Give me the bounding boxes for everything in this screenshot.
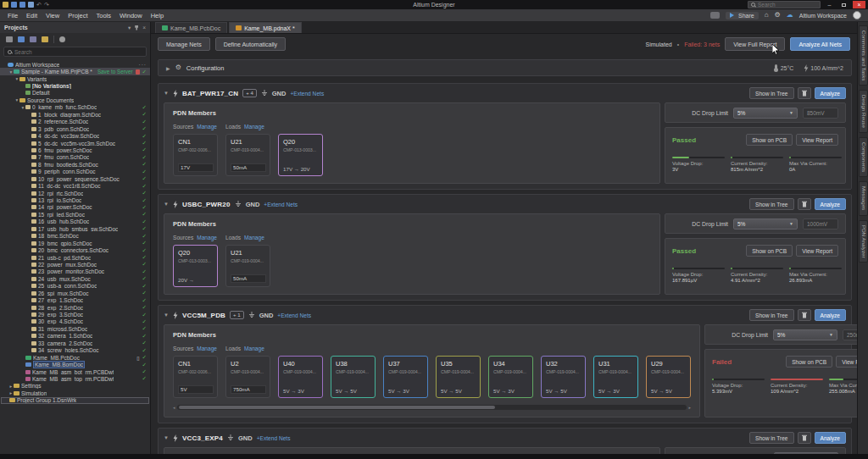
manage-sources-link[interactable]: Manage (197, 346, 217, 351)
member-value-input[interactable]: 50mA (231, 163, 266, 172)
delete-net-button[interactable] (798, 432, 811, 444)
pdn-member-card[interactable]: U2 CMP-019-0004... 750mA (225, 356, 270, 398)
chevron-down-icon[interactable]: ▼ (164, 91, 169, 96)
scrollbar-thumb[interactable] (179, 406, 495, 409)
undo-icon[interactable]: ↶ (36, 2, 42, 8)
panel-menu-icon[interactable]: ▾ (128, 25, 131, 31)
tree-item[interactable]: 16_usb_hub.SchDoc ▯ ··· ✓ (0, 218, 150, 225)
pdn-member-card[interactable]: U21 CMP-019-0004... 50mA (225, 245, 270, 287)
avatar[interactable] (853, 11, 861, 19)
tree-item[interactable]: [No Variations] ▯ ··· ✓ (0, 82, 150, 89)
manage-sources-link[interactable]: Manage (197, 124, 217, 130)
net-section-header[interactable]: ▼ BAT_PWR17_CN + 4 GND +Extend Nets Show… (164, 84, 846, 102)
member-value-input[interactable]: 17V (178, 163, 214, 172)
show-in-tree-button[interactable]: Show in Tree (749, 309, 793, 321)
menu-item[interactable]: Window (115, 11, 147, 20)
tree-item[interactable]: ▸ Settings ▯ ··· ✓ (0, 383, 150, 390)
show-in-tree-button[interactable]: Show in Tree (749, 87, 793, 99)
tree-item[interactable]: 34_screw_holes.SchDoc ▯ ··· ✓ (0, 347, 150, 354)
document-tab[interactable]: Kame_MB.PcbDoc (155, 22, 227, 33)
minimize-button[interactable]: – (824, 1, 835, 8)
menu-item[interactable]: Edit (22, 11, 42, 20)
save-to-server-link[interactable]: Save to Server (97, 69, 133, 75)
view-full-report-button[interactable]: View Full Report (725, 37, 785, 51)
side-panel-tab[interactable]: Design Reuse (859, 90, 868, 133)
extra-nets-badge[interactable]: + 1 (230, 311, 244, 319)
explorer-icon[interactable] (42, 36, 48, 42)
dc-drop-limit-select[interactable]: 5%▼ (733, 108, 798, 119)
tree-item[interactable]: Altium Workspace ▯ ··· ✓ (0, 61, 150, 68)
manage-loads-link[interactable]: Manage (244, 346, 264, 351)
tree-item[interactable]: 4_dc-dc_vcc3sw.SchDoc ▯ ··· ✓ (0, 132, 150, 139)
tree-item[interactable]: 14_rpi_power.SchDoc ▯ ··· ✓ (0, 204, 150, 211)
view-report-button[interactable]: View Report (796, 134, 838, 146)
tree-item[interactable]: 1_block_diagram.SchDoc ▯ ··· ✓ (0, 111, 150, 118)
tree-item[interactable]: Project Group 1.DsnWrk ▯ ··· ✓ (1, 397, 149, 404)
open-icon[interactable] (3, 2, 8, 8)
tree-item[interactable]: 7_fmu_conn.SchDoc ▯ ··· ✓ (0, 154, 150, 161)
horizontal-scrollbar[interactable]: ◂ ▸ (173, 404, 691, 410)
document-tab[interactable]: Kame_MB.pdnaX * (229, 22, 302, 33)
define-automatically-button[interactable]: Define Automatically (215, 37, 286, 51)
new-icon[interactable] (28, 2, 34, 8)
comment-icon[interactable] (710, 12, 720, 19)
pdn-member-card[interactable]: U29 CMP-019-0004... 5V → 5V (646, 356, 691, 398)
tree-item[interactable]: 20_bmc_connectors.SchDoc ▯ ··· ✓ (0, 246, 150, 253)
show-on-pcb-button[interactable]: Show on PCB (746, 245, 793, 257)
chevron-down-icon[interactable]: ▼ (164, 202, 169, 207)
home-icon[interactable]: ⌂ (765, 12, 769, 19)
tree-item[interactable]: 31_microsd.SchDoc ▯ ··· ✓ (0, 325, 150, 332)
delete-net-button[interactable] (798, 309, 811, 321)
show-in-tree-button[interactable]: Show in Tree (749, 198, 793, 210)
tree-item[interactable]: 3_pdb_conn.SchDoc ▯ ··· ✓ (0, 125, 150, 132)
menu-item[interactable]: Help (147, 11, 168, 20)
tree-item[interactable]: 17_usb_hub_smbus_sw.SchDoc ▯ ··· ✓ (0, 225, 150, 232)
tree-item[interactable]: 22_power_mux.SchDoc ▯ ··· ✓ (0, 261, 150, 268)
close-button[interactable]: × (853, 1, 865, 8)
extend-nets-link[interactable]: +Extend Nets (257, 435, 291, 441)
pdn-member-card[interactable]: U37 CMP-019-0004... 5V → 3V (383, 356, 428, 398)
tree-item[interactable]: 11_dc-dc_vcc1r8.SchDoc ▯ ··· ✓ (0, 182, 150, 189)
net-section-header[interactable]: ▼ VCC5M_PDB + 1 GND +Extend Nets Show in… (164, 306, 846, 324)
tree-item[interactable]: 25_usb-a_conn.SchDoc ▯ ··· ✓ (0, 283, 150, 290)
tree-item[interactable]: ▾ Variants ▯ ··· ✓ (0, 75, 150, 82)
analyze-button[interactable]: Analyze (815, 309, 846, 321)
tree-item[interactable]: ▸ Simulation ▯ ··· ✓ (0, 390, 150, 396)
show-on-pcb-button[interactable]: Show on PCB (786, 356, 832, 368)
tree-item[interactable]: 5_dc-dc_vcc5m-vcc3m.SchDoc ▯ ··· ✓ (0, 140, 150, 147)
tree-item[interactable]: 12_rpi_rtc.SchDoc ▯ ··· ✓ (0, 190, 150, 196)
chevron-down-icon[interactable]: ▼ (164, 435, 169, 440)
side-panel-tab[interactable]: Components (859, 137, 868, 177)
analyze-all-nets-button[interactable]: Analyze All Nets (790, 37, 850, 51)
tree-item[interactable]: ▾ Sample - Kame MB.PrjPCB * Save to Serv… (0, 68, 150, 75)
pdn-member-card[interactable]: U35 CMP-019-0004... 5V → 5V (436, 356, 481, 398)
chevron-right-icon[interactable]: ▶ (166, 65, 170, 71)
side-panel-tab[interactable]: Messages (859, 181, 868, 215)
analyze-button[interactable]: Analyze (815, 198, 846, 210)
pdn-member-card[interactable]: U34 CMP-019-0004... 5V → 3V (488, 356, 533, 398)
extend-nets-link[interactable]: +Extend Nets (277, 312, 311, 318)
member-value-input[interactable]: 750mA (231, 385, 266, 394)
pin-icon[interactable] (135, 25, 138, 30)
analyze-button[interactable]: Analyze (815, 87, 846, 99)
documents-icon[interactable] (30, 36, 36, 42)
tree-item[interactable]: 9_periph_conn.SchDoc ▯ ··· ✓ (0, 169, 150, 175)
chevron-down-icon[interactable]: ▼ (164, 312, 169, 318)
tree-item[interactable]: 6_fmu_power.SchDoc ▯ ··· ✓ (0, 147, 150, 153)
save-project-icon[interactable] (6, 36, 13, 42)
tree-item[interactable]: 8_fmu_bootleds.SchDoc ▯ ··· ✓ (0, 161, 150, 168)
delete-net-button[interactable] (798, 87, 811, 99)
analyze-button[interactable]: Analyze (815, 432, 846, 444)
configuration-row[interactable]: ▶ ⚙ Configuration 25°C 100 A/mm^2 (158, 59, 852, 76)
tree-item[interactable]: 15_rpi_led.SchDoc ▯ ··· ✓ (0, 211, 150, 218)
more-icon[interactable]: ··· (139, 62, 147, 68)
menu-item[interactable]: Project (64, 11, 92, 20)
tree-item[interactable]: 21_usb-c_pd.SchDoc ▯ ··· ✓ (0, 254, 150, 261)
dc-drop-limit-select[interactable]: 5%▼ (733, 218, 798, 230)
member-value-input[interactable]: 5V (178, 385, 214, 394)
pdn-member-card[interactable]: CN1 CMP-002-0006... 5V (173, 356, 218, 398)
tree-item[interactable]: ▾ Source Documents ▯ ··· ✓ (0, 97, 150, 103)
tree-item[interactable]: 13_rpi_io.SchDoc ▯ ··· ✓ (0, 196, 150, 203)
tree-item[interactable]: Kame_MB.BomDoc ▯ ··· ✓ (0, 361, 150, 368)
extra-nets-badge[interactable]: + 4 (242, 89, 257, 97)
